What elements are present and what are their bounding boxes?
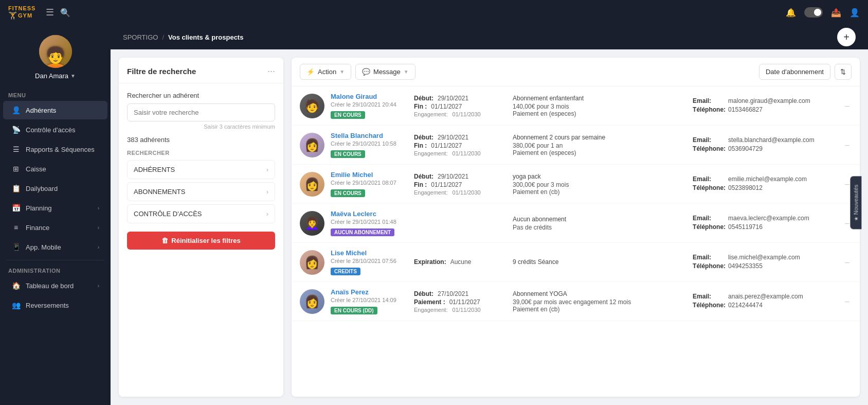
- member-action-icon[interactable]: –: [843, 140, 852, 150]
- notification-bell-icon[interactable]: 🔔: [786, 8, 796, 17]
- table-row[interactable]: 👩‍🦱 Maëva Leclerc Créer le 29/10/2021 01…: [292, 204, 860, 243]
- action-chevron-icon: ▼: [339, 69, 345, 75]
- member-created: Créer le 29/10/2021 10:58: [331, 140, 408, 147]
- filter-section-adherents[interactable]: ADHÉRENTS ›: [127, 160, 275, 179]
- sidebar-item-reversements[interactable]: 👥 Reversements: [3, 296, 107, 314]
- filter-section-controle[interactable]: CONTRÔLE D'ACCÈS ›: [127, 204, 275, 223]
- member-dates: Début:29/10/2021Fin :01/11/2027Engagemen…: [414, 95, 507, 117]
- subscription-name: 9 crédits Séance: [513, 258, 686, 266]
- subscription-payment: Paiement en (cb): [513, 306, 686, 313]
- member-info: Lise Michel Créer le 28/10/2021 07:56 CR…: [331, 249, 408, 275]
- filter-body: Rechercher un adhérent Saisir 3 caractèr…: [119, 83, 283, 258]
- member-name[interactable]: Lise Michel: [331, 249, 408, 257]
- user-profile-icon[interactable]: 👤: [849, 8, 860, 17]
- member-contact: Email: maeva.leclerc@example.com Télépho…: [693, 215, 837, 232]
- nouveautes-tab[interactable]: ★ Nouveautés: [851, 176, 862, 229]
- member-name[interactable]: Emilie Michel: [331, 171, 408, 179]
- breadcrumb-parent[interactable]: SPORTIGO: [123, 33, 158, 41]
- table-row[interactable]: 👩 Anaïs Perez Créer le 27/10/2021 14:09 …: [292, 282, 860, 321]
- member-name[interactable]: Malone Giraud: [331, 93, 408, 100]
- reversements-icon: 👥: [11, 301, 21, 309]
- action-button[interactable]: ⚡ Action ▼: [300, 64, 351, 80]
- engagement: Engagement: 01/11/2030: [414, 189, 507, 196]
- member-action-icon[interactable]: –: [843, 258, 852, 267]
- subscription-price: Pas de crédits: [513, 224, 686, 231]
- avatar: 🧑‍🦱: [39, 35, 72, 68]
- theme-toggle[interactable]: [804, 7, 823, 17]
- sort-button[interactable]: ⇅: [835, 64, 852, 80]
- member-avatar: 👩: [300, 133, 324, 157]
- subscription-name: Abonnement YOGA: [513, 290, 686, 297]
- content-header: SPORTIGO / Vos clients & prospects +: [111, 25, 868, 49]
- message-button[interactable]: 💬 Message ▼: [355, 64, 415, 80]
- sidebar-item-label: App. Mobile: [26, 243, 93, 251]
- sidebar-item-planning[interactable]: 📅 Planning ›: [3, 199, 107, 217]
- nouveautes-label: Nouveautés: [853, 184, 859, 215]
- search-input[interactable]: [127, 103, 275, 121]
- message-chevron-icon: ▼: [404, 69, 409, 75]
- engagement: Engagement: 01/11/2030: [414, 150, 507, 156]
- member-action-icon[interactable]: –: [843, 297, 852, 306]
- action-icon: ⚡: [306, 68, 315, 76]
- rapports-icon: ☰: [11, 145, 21, 153]
- subscription-name: Abonnement 2 cours par semaine: [513, 134, 686, 141]
- member-name[interactable]: Maëva Leclerc: [331, 210, 408, 218]
- action-label: Action: [318, 68, 336, 76]
- member-subscription: Aucun abonnementPas de crédits: [513, 216, 686, 231]
- table-row[interactable]: 👩 Emilie Michel Créer le 29/10/2021 08:0…: [292, 165, 860, 204]
- status-badge: EN COURS (DD): [331, 307, 377, 314]
- member-name[interactable]: Stella Blanchard: [331, 132, 408, 139]
- email-label: Email:: [693, 254, 726, 261]
- member-dates: Début:29/10/2021Fin :01/11/2027Engagemen…: [414, 173, 507, 196]
- sidebar-item-adherents[interactable]: 👤 Adhérents: [3, 101, 107, 119]
- table-row[interactable]: 👩 Stella Blanchard Créer le 29/10/2021 1…: [292, 126, 860, 165]
- reset-icon: 🗑: [161, 237, 168, 244]
- hamburger-menu-icon[interactable]: ☰: [46, 7, 54, 18]
- sidebar-item-dailyboard[interactable]: 📋 Dailyboard: [3, 179, 107, 198]
- chevron-right-icon: ›: [266, 210, 268, 218]
- phone-value: 0545119716: [728, 223, 763, 231]
- avatar-figure: 🧑‍🦱: [43, 47, 68, 68]
- date-fin-value: 01/11/2027: [431, 142, 462, 149]
- sidebar-item-caisse[interactable]: ⊞ Caisse: [3, 160, 107, 178]
- sidebar-item-label: Reversements: [26, 302, 99, 309]
- sidebar-item-label: Dailyboard: [26, 185, 99, 192]
- sidebar-item-tableau-de-bord[interactable]: 🏠 Tableau de bord ›: [3, 276, 107, 295]
- filter-section-adherents-label: ADHÉRENTS: [134, 166, 175, 173]
- email-label: Email:: [693, 215, 726, 222]
- upload-icon[interactable]: 📤: [831, 8, 841, 17]
- sidebar-item-controle-acces[interactable]: 📡 Contrôle d'accès: [3, 120, 107, 139]
- member-action-icon[interactable]: –: [843, 101, 852, 111]
- member-subscription: yoga pack300,00€ pour 3 moisPaiement en …: [513, 173, 686, 196]
- subscription-name: yoga pack: [513, 173, 686, 180]
- sidebar-item-rapports[interactable]: ☰ Rapports & Séquences: [3, 140, 107, 159]
- member-subscription: 9 crédits Séance: [513, 258, 686, 267]
- user-name[interactable]: Dan Amara ▼: [35, 72, 76, 80]
- table-row[interactable]: 🧑 Malone Giraud Créer le 29/10/2021 20:4…: [292, 86, 860, 126]
- chevron-right-icon: ›: [98, 283, 99, 289]
- chevron-right-icon: ›: [98, 205, 99, 211]
- reset-filters-button[interactable]: 🗑 Réinitialiser les filtres: [127, 232, 275, 250]
- phone-label: Téléphone:: [693, 262, 726, 270]
- member-name[interactable]: Anaïs Perez: [331, 288, 408, 296]
- filter-section-abonnements[interactable]: ABONNEMENTS ›: [127, 182, 275, 201]
- add-button[interactable]: +: [837, 28, 856, 46]
- email-value: anais.perez@example.com: [728, 293, 803, 300]
- table-row[interactable]: 👩 Lise Michel Créer le 28/10/2021 07:56 …: [292, 243, 860, 282]
- filter-options-icon[interactable]: ···: [267, 66, 275, 77]
- engagement: Engagement: 01/11/2030: [414, 307, 507, 313]
- caisse-icon: ⊞: [11, 165, 21, 173]
- date-filter-button[interactable]: Date d'abonnement: [759, 64, 830, 80]
- sidebar-item-finance[interactable]: ≡ Finance ›: [3, 218, 107, 237]
- status-badge: EN COURS: [331, 189, 365, 197]
- date-debut-value: Aucune: [450, 258, 472, 266]
- email-label: Email:: [693, 293, 726, 300]
- content-area: SPORTIGO / Vos clients & prospects + Fil…: [111, 25, 868, 405]
- date-debut-value: 27/10/2021: [438, 290, 468, 297]
- sidebar-item-app-mobile[interactable]: 📱 App. Mobile ›: [3, 238, 107, 256]
- search-icon[interactable]: 🔍: [60, 8, 70, 17]
- breadcrumb: SPORTIGO / Vos clients & prospects: [123, 33, 243, 41]
- member-avatar: 👩‍🦱: [300, 211, 324, 236]
- sidebar-item-label: Rapports & Séquences: [26, 146, 99, 153]
- sidebar-divider: [6, 260, 104, 260]
